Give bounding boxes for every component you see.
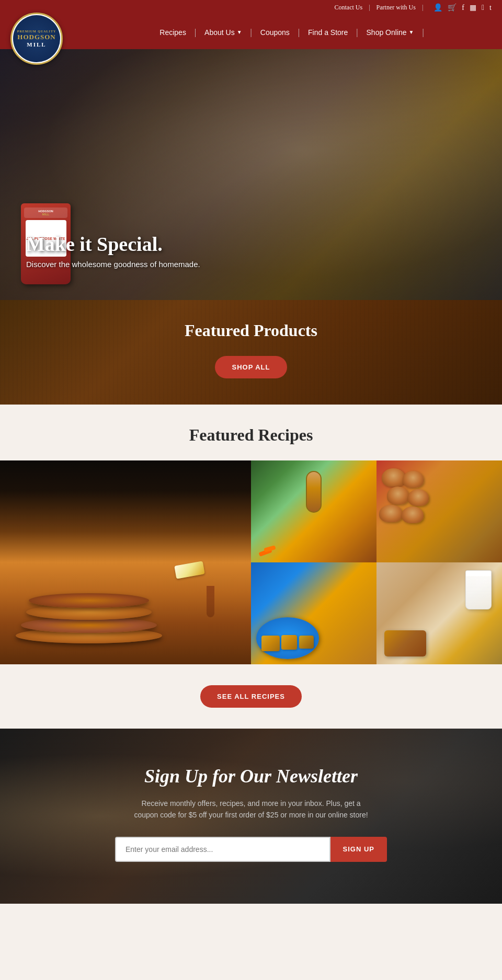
pancake-4 [29,593,149,608]
partner-link[interactable]: Partner with Us [376,4,416,11]
smoothie-image [251,460,376,562]
cornbread-image [251,562,376,664]
newsletter-form: SIGN UP [115,837,387,862]
divider-1: | [369,4,370,11]
nav-coupons-label: Coupons [260,28,290,37]
nav-links: Recipes | About Us ▼ | Coupons | Find a … [84,28,492,37]
recipe-small-grid [251,460,502,664]
recipe-grid [0,460,502,664]
recipe-cornbread[interactable] [251,562,376,664]
recipe-smoothie[interactable] [251,460,376,562]
nav-about[interactable]: About Us ▼ [196,28,250,37]
milk-glass [465,570,492,609]
pancake-image [0,460,251,664]
featured-recipes-title: Featured Recipes [0,425,502,445]
pinterest-icon[interactable]:  [482,4,484,12]
syrup-drip [207,586,214,617]
nav-shop-online-label: Shop Online [367,28,407,37]
cookie-item [384,630,426,656]
nav-sep-5: | [422,28,424,37]
shop-arrow: ▼ [409,29,414,35]
nav-about-label: About Us [204,28,235,37]
facebook-icon[interactable]: f [462,4,464,12]
roll-4 [408,489,429,506]
nav-find-store[interactable]: Find a Store [300,28,356,37]
bag-mill: MILL [26,213,65,216]
top-bar: Contact Us | Partner with Us | 👤 🛒 f ▦ … [0,0,502,15]
nav-recipes[interactable]: Recipes [151,28,195,37]
top-icons: 👤 🛒 f ▦  t [433,3,492,12]
hero-subtitle: Discover the wholesome goodness of homem… [26,260,200,269]
hero-text: Make it Special. Discover the wholesome … [26,233,200,269]
featured-products-section: Featured Products SHOP ALL [0,300,502,405]
main-nav: PREMIUM QUALITY HODGSON MILL Recipes | A… [0,15,502,49]
cart-icon[interactable]: 🛒 [448,3,457,12]
hero-title: Make it Special. [26,233,200,256]
logo-area[interactable]: PREMIUM QUALITY HODGSON MILL [10,13,63,65]
cornbread-2 [281,635,297,650]
roll-1 [382,468,405,487]
butter-pat [174,561,205,579]
instagram-icon[interactable]: ▦ [470,3,476,12]
cornbread-3 [299,636,314,649]
recipe-bread[interactable] [376,460,502,562]
roll-3 [387,487,409,504]
nav-coupons[interactable]: Coupons [252,28,298,37]
about-arrow: ▼ [237,29,242,35]
newsletter-description: Receive monthly offers, recipes, and mor… [133,798,369,821]
user-icon[interactable]: 👤 [433,3,442,12]
recipe-milk[interactable] [376,562,502,664]
see-all-recipes-button[interactable]: SEE ALL RECIPES [200,685,302,708]
bag-header: HODGSON MILL [24,207,67,218]
nav-recipes-label: Recipes [159,28,186,37]
nav-find-store-label: Find a Store [308,28,348,37]
twitter-icon[interactable]: t [489,4,492,12]
cornbread-1 [261,636,280,651]
glass-sim [306,471,322,513]
roll-2 [403,471,424,488]
logo-mill: MILL [27,41,46,48]
contact-us-link[interactable]: Contact Us [335,4,363,11]
logo-hodgson: HODGSON [17,33,55,41]
roll-5 [379,505,403,522]
recipe-main[interactable] [0,460,251,664]
nav-shop-online[interactable]: Shop Online ▼ [358,28,423,37]
newsletter-title: Sign Up for Our Newsletter [16,765,486,787]
logo-circle: PREMIUM QUALITY HODGSON MILL [10,13,63,65]
bread-image [376,460,502,562]
newsletter-content: Sign Up for Our Newsletter Receive month… [16,765,486,862]
email-input[interactable] [115,837,330,862]
roll-6 [402,506,424,523]
signup-button[interactable]: SIGN UP [330,837,387,862]
milk-image [376,562,502,664]
logo-inner: PREMIUM QUALITY HODGSON MILL [13,15,60,62]
featured-recipes-section: Featured Recipes [0,405,502,729]
shop-all-button[interactable]: SHOP ALL [215,356,287,378]
recipes-cta: SEE ALL RECIPES [0,664,502,729]
featured-products-title: Featured Products [10,321,492,340]
newsletter-section: Sign Up for Our Newsletter Receive month… [0,729,502,904]
milk-top [466,571,491,576]
hero-section: HODGSON MILL ALL PURPOSE WHITE Make it S… [0,49,502,300]
divider-2: | [422,4,423,11]
